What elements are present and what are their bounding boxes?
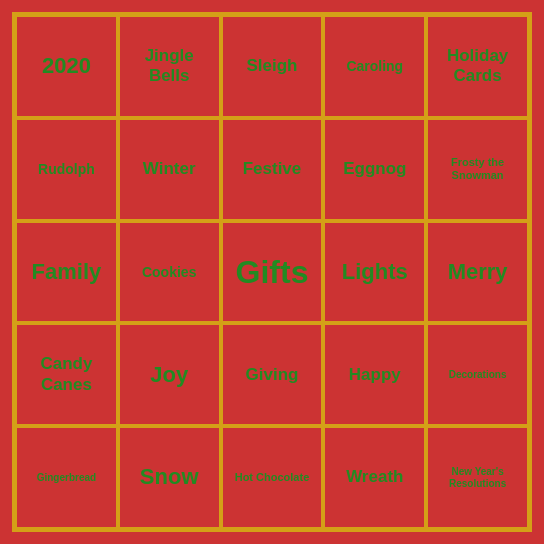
bingo-cell-r2c4: Merry xyxy=(426,221,529,324)
bingo-cell-r3c2: Giving xyxy=(221,323,324,426)
bingo-cell-r3c0: Candy Canes xyxy=(15,323,118,426)
bingo-cell-r0c3: Caroling xyxy=(323,15,426,118)
bingo-cell-r3c3: Happy xyxy=(323,323,426,426)
bingo-cell-r4c2: Hot Chocolate xyxy=(221,426,324,529)
bingo-cell-r0c2: Sleigh xyxy=(221,15,324,118)
bingo-cell-r2c1: Cookies xyxy=(118,221,221,324)
bingo-cell-r0c4: Holiday Cards xyxy=(426,15,529,118)
bingo-cell-r1c0: Rudolph xyxy=(15,118,118,221)
bingo-cell-r4c4: New Year's Resolutions xyxy=(426,426,529,529)
bingo-cell-r1c1: Winter xyxy=(118,118,221,221)
bingo-board: 2020Jingle BellsSleighCarolingHoliday Ca… xyxy=(12,12,532,532)
bingo-cell-r2c3: Lights xyxy=(323,221,426,324)
bingo-cell-r1c3: Eggnog xyxy=(323,118,426,221)
bingo-cell-r4c3: Wreath xyxy=(323,426,426,529)
bingo-cell-r4c0: Gingerbread xyxy=(15,426,118,529)
bingo-cell-r2c2: Gifts xyxy=(221,221,324,324)
bingo-cell-r0c1: Jingle Bells xyxy=(118,15,221,118)
bingo-cell-r0c0: 2020 xyxy=(15,15,118,118)
bingo-cell-r1c4: Frosty the Snowman xyxy=(426,118,529,221)
bingo-cell-r3c4: Decorations xyxy=(426,323,529,426)
bingo-cell-r3c1: Joy xyxy=(118,323,221,426)
bingo-cell-r4c1: Snow xyxy=(118,426,221,529)
bingo-cell-r2c0: Family xyxy=(15,221,118,324)
bingo-cell-r1c2: Festive xyxy=(221,118,324,221)
